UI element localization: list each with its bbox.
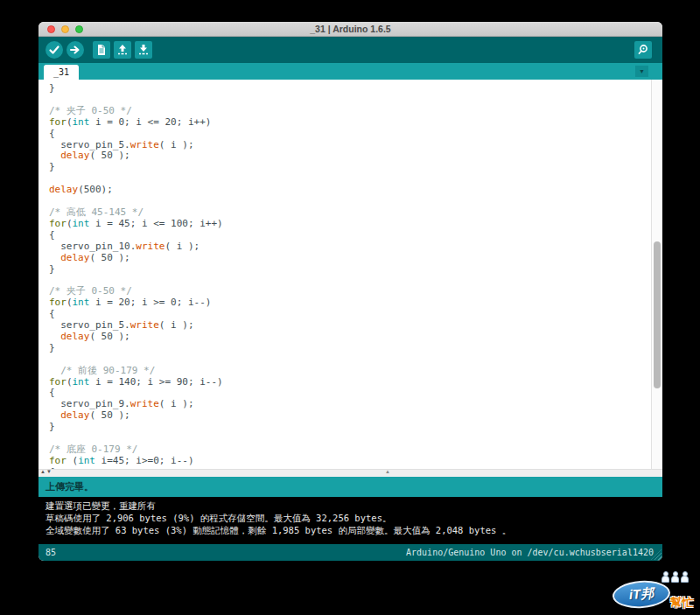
code-editor[interactable]: } /* 夹子 0-50 */for(int i = 0; i <= 20; i… <box>38 80 662 477</box>
code-line: } <box>49 162 648 173</box>
watermark-text-secondary: 幫忙 <box>670 595 693 611</box>
console-line: 草稿碼使用了 2,906 bytes (9%) 的程式存儲空間。最大值為 32,… <box>46 512 655 524</box>
vertical-scrollbar-thumb[interactable] <box>654 241 661 388</box>
code-line: } <box>49 264 648 276</box>
code-line: for(int i = 45; i <= 100; i++) <box>49 219 648 230</box>
window-title: _31 | Arduino 1.6.5 <box>38 24 662 34</box>
toolbar <box>38 37 662 63</box>
watermark-logo: iT邦 幫忙 <box>612 571 695 612</box>
tab-menu-button[interactable]: ▼ <box>635 66 648 77</box>
footer-bar: 85 Arduino/Genuino Uno on /dev/cu.wchusb… <box>38 544 662 561</box>
open-button[interactable] <box>114 41 131 59</box>
line-number: 85 <box>46 548 56 557</box>
minimize-window-button[interactable] <box>61 25 69 33</box>
new-sketch-button[interactable] <box>93 41 110 59</box>
code-line: servo_pin_10.write( i ); <box>49 241 648 253</box>
code-line: for(int i = 20; i >= 0; i--) <box>49 297 648 309</box>
horizontal-scrollbar-arrows[interactable]: ▲▼ <box>40 469 52 474</box>
document-icon <box>93 41 110 59</box>
arduino-ide-window: _31 | Arduino 1.6.5 <box>38 22 662 561</box>
arrow-down-tray-icon <box>135 41 152 59</box>
code-line <box>49 433 648 444</box>
traffic-lights <box>47 25 83 33</box>
code-line: servo_pin_5.write( i ); <box>49 140 648 151</box>
code-line: for (int i=45; i>=0; i--) <box>49 456 648 467</box>
watermark-text-primary: iT邦 <box>628 585 654 604</box>
arrow-right-circle-icon <box>66 41 84 59</box>
watermark-oval: iT邦 <box>612 579 671 611</box>
horizontal-scrollbar[interactable]: ▲▼ ▲ <box>38 469 662 477</box>
tab-label: _31 <box>53 67 69 77</box>
code-line: } <box>49 422 648 433</box>
code-line: delay( 50 ); <box>49 410 648 422</box>
code-line <box>49 275 648 286</box>
code-area[interactable]: } /* 夹子 0-50 */for(int i = 0; i <= 20; i… <box>49 83 648 468</box>
close-window-button[interactable] <box>47 25 55 33</box>
code-line: servo_pin_9.write( i ); <box>49 399 648 410</box>
code-line: delay( 50 ); <box>49 332 648 343</box>
code-line: delay( 50 ); <box>49 253 648 264</box>
status-message: 上傳完畢。 <box>46 480 94 493</box>
save-button[interactable] <box>135 41 152 59</box>
arrow-up-tray-icon <box>114 41 131 59</box>
code-line: servo_pin_5.write( i ); <box>49 320 648 332</box>
serial-monitor-button[interactable] <box>634 41 652 59</box>
code-line: } <box>49 83 648 94</box>
code-line: for(int i = 0; i <= 20; i++) <box>49 117 648 129</box>
check-circle-icon <box>46 41 63 59</box>
status-bar: 上傳完畢。 <box>38 477 662 497</box>
code-line <box>49 94 648 106</box>
code-line <box>49 173 648 185</box>
title-bar: _31 | Arduino 1.6.5 <box>38 22 662 37</box>
upload-button[interactable] <box>66 41 84 59</box>
verify-button[interactable] <box>46 41 63 59</box>
board-port-info: Arduino/Genuino Uno on /dev/cu.wchusbser… <box>406 548 654 557</box>
horizontal-scrollbar-caret[interactable]: ▲ <box>385 469 390 474</box>
console-line: 建置選項已變更，重建所有 <box>46 500 655 512</box>
code-line: } <box>49 343 648 354</box>
zoom-window-button[interactable] <box>75 25 83 33</box>
vertical-scrollbar[interactable] <box>651 80 662 469</box>
desktop-background: _31 | Arduino 1.6.5 <box>0 0 700 615</box>
console-line: 全域變數使用了 63 bytes (3%) 動態記憶體，剩餘 1,985 byt… <box>46 524 655 536</box>
code-line: delay( 50 ); <box>49 150 648 162</box>
tab-sketch-31[interactable]: _31 <box>44 65 79 80</box>
chevron-down-icon: ▼ <box>639 68 645 74</box>
code-line: delay(500); <box>49 185 648 196</box>
watermark-figures-icon <box>662 571 688 581</box>
console-output[interactable]: 建置選項已變更，重建所有草稿碼使用了 2,906 bytes (9%) 的程式存… <box>38 497 662 544</box>
code-line: for(int i = 140; i >= 90; i--) <box>49 377 648 388</box>
magnifier-icon <box>634 41 652 59</box>
tab-strip: _31 ▼ <box>38 63 662 80</box>
